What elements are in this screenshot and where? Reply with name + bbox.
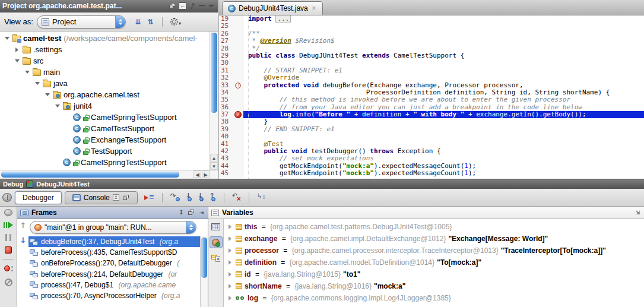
code-line[interactable]: 25 — [219, 23, 644, 30]
pause-icon[interactable] — [5, 234, 11, 241]
gear-icon[interactable] — [170, 18, 178, 26]
minimize-icon[interactable] — [198, 2, 205, 10]
tree-item[interactable]: org.apache.camel.test — [0, 89, 218, 100]
force-step-into-icon[interactable] — [197, 194, 204, 201]
scroll-left-button[interactable]: ◀ — [193, 170, 201, 178]
show-execution-point-icon[interactable] — [144, 194, 154, 201]
step-into-icon[interactable] — [185, 194, 192, 201]
thread-selector-dropdown[interactable]: "main"@1 in group "main": RUN... — [30, 221, 196, 234]
tree-item[interactable]: camel-test (/workspace/camel/components/… — [0, 33, 218, 44]
float-panel-icon[interactable] — [188, 209, 195, 216]
code-text[interactable]: getMockEndpoint("mock:b").expectedMessag… — [243, 170, 644, 177]
hide-panel-icon[interactable] — [198, 210, 205, 216]
code-line[interactable]: 39 // END SNIPPET: e1 — [219, 126, 644, 133]
variable-row[interactable]: exchange = {org.apache.camel.impl.Defaul… — [224, 233, 644, 245]
variable-row[interactable]: log = {org.apache.commons.logging.impl.L… — [224, 292, 644, 304]
code-line[interactable]: 45 getMockEndpoint("mock:b").expectedMes… — [219, 170, 644, 177]
stack-frame-row[interactable]: process():70, AsyncProcessorHelper (org.… — [28, 290, 200, 301]
expand-arrow-icon[interactable] — [229, 284, 231, 289]
variable-row[interactable]: definition = {org.apache.camel.model.ToD… — [224, 257, 644, 268]
disclosure-down-icon[interactable] — [44, 91, 50, 98]
variable-row[interactable]: processor = {org.apache.camel.processor.… — [224, 245, 644, 257]
evaluate-button[interactable] — [210, 221, 223, 233]
expand-arrow-icon[interactable] — [229, 272, 231, 277]
tree-item[interactable]: src — [0, 55, 218, 67]
code-area[interactable]: 19import ...2526/**27 * @version $Revisi… — [219, 15, 644, 179]
collapse-all-icon[interactable] — [147, 18, 154, 26]
autovars-button[interactable] — [210, 252, 223, 264]
console-float-icon[interactable] — [122, 194, 130, 201]
resume-icon[interactable] — [4, 221, 13, 229]
expand-all-icon[interactable] — [134, 18, 142, 26]
override-icon[interactable] — [235, 83, 241, 88]
view-as-dropdown[interactable]: Project — [37, 15, 126, 29]
expand-arrow-icon[interactable] — [229, 224, 231, 229]
expand-arrow-icon[interactable] — [229, 296, 231, 300]
code-text[interactable]: // END SNIPPET: e1 — [243, 126, 644, 133]
code-line[interactable]: 19import ... — [219, 15, 644, 23]
expand-arrow-icon[interactable] — [229, 236, 231, 241]
disclosure-right-icon[interactable] — [14, 46, 20, 53]
code-text[interactable]: import ... — [243, 15, 644, 23]
expand-arrow-icon[interactable] — [229, 260, 231, 265]
drop-frame-icon[interactable] — [232, 194, 241, 201]
tree-item[interactable]: ExchangeTestSupport — [0, 134, 218, 145]
panel-corner-icon[interactable] — [635, 210, 641, 216]
frames-vertical-scrollbar[interactable] — [200, 236, 208, 307]
code-text[interactable]: log.info("Before " + definition + " with… — [243, 111, 644, 118]
disclosure-down-icon[interactable] — [4, 35, 10, 42]
code-line[interactable]: 27 * @version $Revision$ — [219, 37, 644, 45]
scroll-up-button[interactable]: ▲ — [210, 154, 218, 162]
code-text[interactable]: * @version $Revision$ — [243, 37, 644, 45]
code-text[interactable]: // START SNIPPET: e1 — [243, 67, 644, 74]
tab-debugger[interactable]: Debugger — [15, 191, 62, 204]
stack-frame-row[interactable]: beforeProcess():435, CamelTestSupport$D — [28, 247, 200, 258]
disclosure-down-icon[interactable] — [34, 80, 40, 87]
stack-frame-row[interactable]: onBeforeProcess():270, DefaultDebugger ( — [28, 258, 200, 268]
scroll-down-button[interactable]: ▼ — [210, 162, 218, 170]
disclosure-down-icon[interactable] — [14, 58, 20, 64]
disclosure-down-icon[interactable] — [54, 103, 61, 109]
stop-icon[interactable] — [5, 246, 12, 254]
tree-item[interactable]: main — [0, 67, 218, 78]
tree-horizontal-scrollbar[interactable]: ◀ ▶ — [0, 170, 218, 179]
float-window-icon[interactable] — [169, 2, 176, 10]
tree-item[interactable]: CamelSpringTestSupport — [0, 112, 218, 123]
mute-breakpoints-icon[interactable] — [5, 278, 12, 286]
editor-tab[interactable]: DebugJUnit4Test.java — [222, 1, 323, 15]
expand-arrow-icon[interactable] — [229, 248, 231, 253]
step-over-icon[interactable] — [170, 194, 180, 201]
run-to-cursor-icon[interactable] — [257, 194, 266, 201]
scrollbar-thumb[interactable] — [1, 172, 179, 178]
scrollbar-thumb[interactable] — [211, 33, 217, 113]
tree-item[interactable]: TestSupport — [0, 145, 218, 157]
console-export-icon[interactable] — [113, 194, 119, 201]
variable-row[interactable]: id = {java.lang.String@1015}"to1" — [224, 268, 644, 280]
tab-console[interactable]: Console — [65, 191, 138, 204]
nav-down-icon[interactable] — [19, 236, 27, 245]
variable-row[interactable]: this = {org.apache.camel.test.patterns.D… — [224, 221, 644, 233]
close-icon[interactable] — [311, 5, 317, 12]
disclosure-down-icon[interactable] — [24, 69, 30, 75]
tree-item[interactable]: .settings — [0, 44, 218, 55]
code-text[interactable] — [243, 133, 644, 140]
scrollbar-thumb[interactable] — [201, 238, 207, 278]
tree-item[interactable]: junit4 — [0, 100, 218, 112]
tree-item[interactable]: CamelSpringTestSupport — [0, 157, 218, 168]
stack-frame-row[interactable]: process():47, Debug$1 (org.apache.came — [28, 280, 200, 290]
scroll-from-source-icon[interactable] — [179, 2, 186, 10]
breakpoint-icon[interactable] — [234, 111, 242, 118]
code-line[interactable]: 37 log.info("Before " + definition + " w… — [219, 111, 644, 118]
nav-up-icon[interactable] — [19, 221, 27, 230]
stack-frame-row[interactable]: beforeProcess():214, DefaultDebugger (or — [28, 269, 200, 280]
view-breakpoints-icon[interactable] — [4, 265, 13, 273]
pin-icon[interactable] — [189, 2, 196, 10]
tree-item[interactable]: CamelTestSupport — [0, 123, 218, 134]
code-line[interactable]: 29public class DebugJUnit4Test extends C… — [219, 52, 644, 59]
watch-person-button[interactable] — [210, 236, 223, 248]
stack-frame-row[interactable]: debugBefore():37, DebugJUnit4Test (org.a — [28, 236, 200, 247]
tree-item[interactable]: java — [0, 78, 218, 89]
balloon-icon[interactable] — [4, 209, 12, 216]
code-text[interactable] — [243, 23, 644, 30]
collapse-panel-icon[interactable] — [178, 210, 185, 216]
